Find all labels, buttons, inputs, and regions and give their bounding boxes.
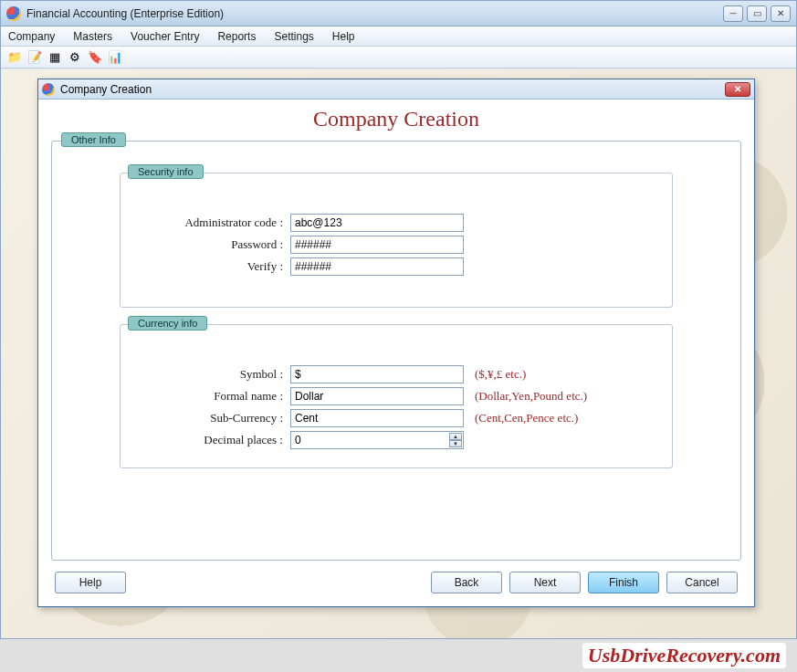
dialog-close-button[interactable]: ✕	[725, 82, 750, 97]
currency-info-tab: Currency info	[128, 316, 207, 331]
toolbar-icon-settings[interactable]: ⚙	[67, 49, 83, 66]
symbol-label: Symbol :	[135, 367, 290, 382]
verify-label: Verify :	[135, 259, 290, 274]
minimize-button[interactable]: ─	[723, 5, 743, 22]
toolbar-icon-grid[interactable]: ▦	[47, 49, 63, 66]
dialog-button-row: Help Back Next Finish Cancel	[51, 572, 741, 593]
formal-name-input[interactable]: Dollar	[290, 387, 464, 405]
dialog-title: Company Creation	[60, 83, 152, 96]
password-input[interactable]: ######	[290, 236, 464, 254]
admin-code-label: Administrator code :	[135, 215, 290, 230]
toolbar: 📁 📝 ▦ ⚙ 🔖 📊	[1, 47, 796, 68]
maximize-button[interactable]: ▭	[747, 5, 767, 22]
finish-button[interactable]: Finish	[588, 572, 659, 593]
verify-input[interactable]: ######	[290, 257, 464, 276]
spinner-up-icon[interactable]: ▲	[449, 433, 462, 440]
app-icon	[6, 6, 21, 21]
symbol-hint: ($,¥,£ etc.)	[475, 367, 526, 382]
toolbar-icon-folder[interactable]: 📁	[6, 49, 23, 66]
menubar: Company Masters Voucher Entry Reports Se…	[1, 26, 796, 47]
decimal-places-value: 0	[295, 434, 301, 446]
titlebar: Financial Accounting (Enterprise Edition…	[1, 1, 796, 26]
dialog-titlebar: Company Creation ✕	[38, 79, 754, 100]
security-info-group: Security info Administrator code : abc@1…	[120, 173, 673, 308]
sub-currency-hint: (Cent,Cen,Pence etc.)	[475, 411, 578, 425]
menu-masters[interactable]: Masters	[73, 30, 112, 43]
spinner-down-icon[interactable]: ▼	[449, 440, 462, 447]
company-creation-dialog: Company Creation ✕ Company Creation Othe…	[37, 79, 755, 607]
toolbar-icon-chart[interactable]: 📊	[107, 49, 123, 66]
toolbar-icon-edit[interactable]: 📝	[26, 49, 43, 66]
close-button[interactable]: ✕	[771, 5, 791, 22]
app-title: Financial Accounting (Enterprise Edition…	[26, 7, 224, 20]
watermark: UsbDriveRecovery.com	[582, 643, 786, 668]
toolbar-icon-tag[interactable]: 🔖	[87, 49, 103, 66]
password-label: Password :	[135, 237, 290, 252]
back-button[interactable]: Back	[431, 572, 502, 593]
security-info-tab: Security info	[128, 164, 204, 179]
main-window: Financial Accounting (Enterprise Edition…	[0, 0, 797, 639]
admin-code-input[interactable]: abc@123	[290, 214, 464, 232]
other-info-tab: Other Info	[61, 132, 126, 147]
formal-name-hint: (Dollar,Yen,Pound etc.)	[475, 389, 587, 404]
menu-reports[interactable]: Reports	[217, 30, 256, 43]
dialog-icon	[42, 83, 55, 96]
decimal-places-input[interactable]: 0 ▲ ▼	[290, 431, 464, 449]
formal-name-label: Formal name :	[135, 389, 290, 404]
next-button[interactable]: Next	[509, 572, 581, 593]
sub-currency-input[interactable]: Cent	[290, 409, 464, 427]
decimal-places-label: Decimal places :	[135, 433, 290, 447]
menu-help[interactable]: Help	[332, 30, 355, 43]
help-button[interactable]: Help	[55, 572, 126, 593]
menu-voucher-entry[interactable]: Voucher Entry	[131, 30, 199, 43]
symbol-input[interactable]: $	[290, 365, 464, 383]
menu-company[interactable]: Company	[8, 30, 55, 43]
currency-info-group: Currency info Symbol : $ ($,¥,£ etc.) Fo…	[120, 324, 673, 468]
other-info-group: Other Info Security info Administrator c…	[51, 141, 741, 561]
menu-settings[interactable]: Settings	[274, 30, 313, 43]
dialog-heading: Company Creation	[51, 107, 741, 131]
sub-currency-label: Sub-Currency :	[135, 411, 290, 425]
cancel-button[interactable]: Cancel	[666, 572, 738, 593]
client-area: Company Creation ✕ Company Creation Othe…	[1, 69, 796, 638]
